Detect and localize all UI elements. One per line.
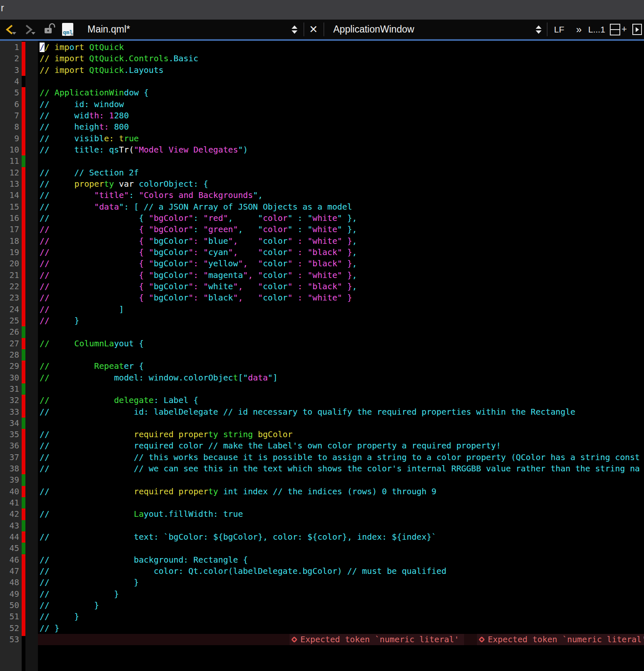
code-line[interactable]: 19// { "bgColor": "cyan", "color" : "bla… [0, 247, 644, 258]
code-line[interactable]: 17// { "bgColor": "green", "color" : "wh… [0, 224, 644, 235]
code-text[interactable] [38, 543, 644, 554]
code-text[interactable]: // { "bgColor": "cyan", "color" : "black… [38, 247, 644, 258]
back-button[interactable] [5, 20, 15, 39]
code-text[interactable]: // { "bgColor": "green", "color" : "whit… [38, 224, 644, 235]
code-line[interactable]: 44// text: `bgColor: ${bgColor}, color: … [0, 531, 644, 543]
code-text[interactable] [38, 497, 644, 508]
code-line[interactable]: 13// property var colorObject: { [0, 178, 644, 190]
code-line[interactable]: 12// // Section 2f [0, 167, 644, 178]
code-line[interactable]: 3// import QtQuick.Layouts [0, 65, 644, 76]
tab-list-button[interactable] [292, 20, 297, 39]
code-text[interactable]: // } [38, 588, 644, 600]
code-text[interactable]: // delegate: Label { [38, 395, 644, 406]
code-text[interactable]: // title: qsTr("Model View Delegates") [38, 144, 644, 155]
code-text[interactable]: // ] [38, 304, 644, 315]
show-panel-button[interactable] [632, 20, 642, 39]
code-line[interactable]: 22// { "bgColor": "white", "color" : "bl… [0, 281, 644, 292]
code-text[interactable] [38, 349, 644, 361]
code-line[interactable]: 38// // we can see this in the text whic… [0, 463, 644, 474]
code-text[interactable]: // // Section 2f [38, 167, 644, 178]
code-text[interactable]: // ApplicationWindow { [38, 87, 644, 98]
code-line[interactable]: 11 [0, 155, 644, 167]
code-text[interactable]: // ColumnLayout { [38, 338, 644, 349]
code-line[interactable]: 25// } [0, 315, 644, 326]
code-line[interactable]: 40// required property int index // the … [0, 486, 644, 497]
code-line[interactable]: 46// background: Rectangle { [0, 554, 644, 566]
code-line[interactable]: 26 [0, 326, 644, 338]
code-text[interactable]: // text: `bgColor: ${bgColor}, color: ${… [38, 531, 644, 543]
code-line[interactable]: 20// { "bgColor": "yellow", "color" : "b… [0, 258, 644, 269]
symbol-combo-label[interactable]: ApplicationWindow [333, 20, 414, 39]
code-text[interactable] [38, 155, 644, 167]
code-text[interactable]: // { "bgColor": "black", "color" : "whit… [38, 292, 644, 303]
code-line[interactable]: 41 [0, 497, 644, 508]
code-text[interactable]: // { "bgColor": "yellow", "color" : "bla… [38, 258, 644, 269]
code-line[interactable]: 35// required property string bgColor [0, 429, 644, 440]
code-text[interactable]: // required property string bgColor [38, 429, 644, 440]
symbol-select-button[interactable] [536, 20, 542, 39]
code-line[interactable]: 24// ] [0, 304, 644, 315]
code-text[interactable] [38, 474, 644, 486]
code-text[interactable] [38, 76, 644, 87]
code-line[interactable]: 16// { "bgColor": "red", "color" : "whit… [0, 213, 644, 224]
code-text[interactable]: Expected token `numeric literal'Expected… [38, 634, 644, 645]
code-text[interactable]: // // we can see this in the text which … [38, 463, 644, 474]
code-line[interactable]: 18// { "bgColor": "blue", "color" : "whi… [0, 235, 644, 247]
code-text[interactable] [38, 326, 644, 338]
code-line[interactable]: 10// title: qsTr("Model View Delegates") [0, 144, 644, 155]
eol-indicator[interactable]: LF [554, 20, 564, 39]
code-text[interactable]: // Repeater { [38, 361, 644, 372]
code-line[interactable]: 33// id: labelDelegate // id necessary t… [0, 406, 644, 418]
code-line[interactable]: 15// "data": [ // a JSON Array of JSON O… [0, 201, 644, 213]
code-line[interactable]: 27// ColumnLayout { [0, 338, 644, 349]
code-line[interactable]: 2// import QtQuick.Controls.Basic [0, 53, 644, 64]
code-text[interactable] [38, 418, 644, 429]
code-line[interactable]: 31 [0, 383, 644, 395]
close-document-button[interactable]: ✕ [309, 20, 318, 39]
code-text[interactable]: // width: 1280 [38, 110, 644, 121]
editor[interactable]: 1// import QtQuick2// import QtQuick.Con… [0, 41, 644, 671]
code-text[interactable]: // // this works because it is possible … [38, 452, 644, 463]
code-line[interactable]: 51// } [0, 611, 644, 622]
code-line[interactable]: 37// // this works because it is possibl… [0, 452, 644, 463]
code-line[interactable]: 48// } [0, 577, 644, 588]
code-line[interactable]: 5// ApplicationWindow { [0, 87, 644, 98]
code-text[interactable]: // required color // make the Label's ow… [38, 440, 644, 451]
code-text[interactable]: // { "bgColor": "blue", "color" : "white… [38, 235, 644, 247]
code-text[interactable]: // height: 800 [38, 121, 644, 133]
code-line[interactable]: 8// height: 800 [0, 121, 644, 133]
code-line[interactable]: 49// } [0, 588, 644, 600]
code-text[interactable]: // color: Qt.color(labelDelegate.bgColor… [38, 566, 644, 577]
code-text[interactable] [38, 383, 644, 395]
code-line[interactable]: 32// delegate: Label { [0, 395, 644, 406]
code-text[interactable]: // } [38, 577, 644, 588]
code-line[interactable]: 28 [0, 349, 644, 361]
code-line[interactable]: 34 [0, 418, 644, 429]
code-line[interactable]: 36// required color // make the Label's … [0, 440, 644, 451]
code-text[interactable]: // { "bgColor": "white", "color" : "blac… [38, 281, 644, 292]
code-text[interactable]: // visible: true [38, 133, 644, 144]
code-line[interactable]: 4 [0, 76, 644, 87]
code-line[interactable]: 14// "title": "Colors and Backgrounds", [0, 190, 644, 201]
code-text[interactable]: // id: window [38, 99, 644, 110]
code-line[interactable]: 42// Layout.fillWidth: true [0, 508, 644, 520]
code-line[interactable]: 29// Repeater { [0, 361, 644, 372]
code-line[interactable]: 6// id: window [0, 99, 644, 110]
readonly-toggle-button[interactable] [43, 20, 56, 39]
code-text[interactable]: // { "bgColor": "red", "color" : "white"… [38, 213, 644, 224]
cursor-position-indicator[interactable]: L...1 [588, 20, 605, 39]
split-view-button[interactable]: + [610, 20, 627, 39]
document-tab-label[interactable]: Main.qml* [87, 20, 130, 39]
forward-button[interactable] [23, 20, 34, 39]
code-text[interactable]: // model: window.colorObject["data"] [38, 372, 644, 383]
code-line[interactable]: 43 [0, 520, 644, 531]
code-line[interactable]: 39 [0, 474, 644, 486]
code-line[interactable]: 30// model: window.colorObject["data"] [0, 372, 644, 383]
code-text[interactable]: // import QtQuick.Layouts [38, 65, 644, 76]
code-line[interactable]: 45 [0, 543, 644, 554]
code-line[interactable]: 47// color: Qt.color(labelDelegate.bgCol… [0, 566, 644, 577]
code-text[interactable]: // } [38, 600, 644, 611]
code-line[interactable]: 50// } [0, 600, 644, 611]
code-text[interactable]: // } [38, 623, 644, 634]
code-line[interactable]: 53Expected token `numeric literal'Expect… [0, 634, 644, 645]
